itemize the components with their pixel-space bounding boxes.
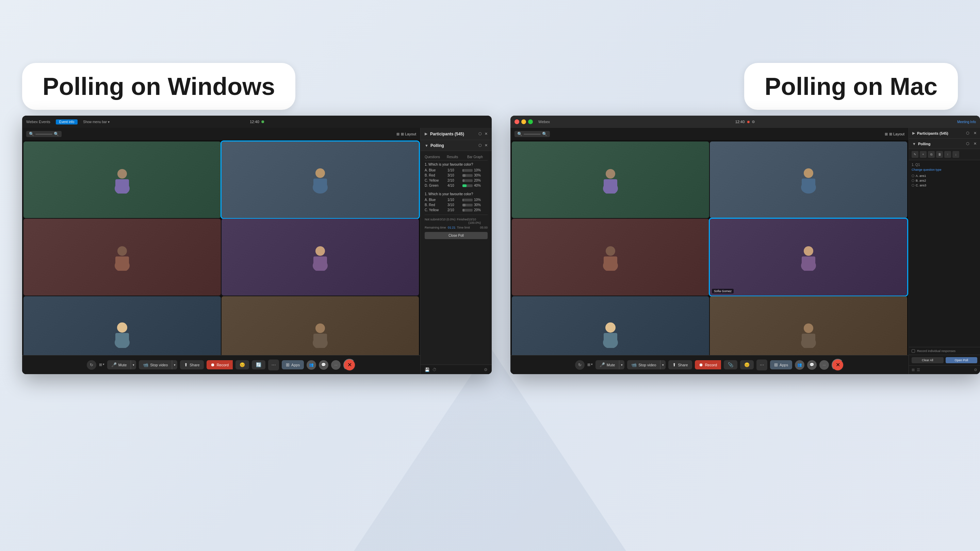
close-window-btn[interactable] [514,119,519,124]
mac-polling-close-icon[interactable]: ✕ [974,141,977,146]
windows-window-body: 🔍 🔍 ⊞ ⊞ Layout [22,128,492,374]
mac-video-icon: 📹 [631,362,637,367]
people-icon: 👥 [309,362,314,367]
mac-mute-dropdown[interactable]: ▾ [619,360,624,369]
more-options-btn[interactable]: ··· [331,360,340,370]
mac-layout-button[interactable]: ⊞ ⊞ Layout [885,132,904,137]
mic-icon: 🎤 [111,362,117,367]
mac-polling-panel-header: ▼ Polling ⬡ ✕ [909,139,980,149]
mac-participants-icon-btn[interactable]: 👥 [795,360,804,370]
mac-popout-icon[interactable]: ⬡ [966,131,969,135]
mute-dropdown[interactable]: ▾ [130,360,136,369]
meeting-info-link[interactable]: Meeting Info [957,120,976,124]
mute-button[interactable]: 🎤 Mute [107,360,130,369]
finished-stat: Finished 10/10 (100.0%) [457,218,488,224]
windows-video-grid [22,140,420,374]
mac-stop-video-dropdown[interactable]: ▾ [660,360,666,369]
minimize-window-btn[interactable] [521,119,526,124]
participants-icon-btn[interactable]: 👥 [307,360,316,370]
event-info-tab[interactable]: Event info [56,119,78,124]
show-menu-bar[interactable]: Show menu bar ▾ [83,120,110,124]
mac-window: Webex 12:40 ⏺ ⚙ Meeting Info 🔍 🔍 [511,116,980,374]
refresh-icon[interactable]: ↻ [87,360,96,370]
chevron-down-icon: ▾ [103,362,105,367]
svg-rect-17 [313,333,327,344]
mac-video-cell-3 [512,219,709,295]
mac-more-button[interactable]: ··· [756,359,767,370]
mac-record-checkbox[interactable] [912,349,915,353]
mac-clip-button[interactable]: 📎 [724,360,737,369]
mac-radio-a[interactable] [912,175,914,177]
mac-emoji-icon: 😊 [744,362,749,367]
mac-end-call-button[interactable]: ✕ [832,359,844,371]
mac-poll-edit-icon[interactable]: ✎ [912,151,918,158]
record-button[interactable]: ⏺ Record [207,360,233,369]
mac-list-view-icon[interactable]: ☰ [917,368,920,372]
windows-titlebar: Webex Events Event info Show menu bar ▾ … [22,116,492,128]
zoom-control[interactable]: 🔍 🔍 [26,131,62,137]
poll-answer-2-b: B. Red 3/10 30% [425,203,488,207]
mac-poll-delete-icon[interactable]: 🗑 [936,151,943,158]
svg-rect-14 [115,333,129,343]
mac-change-question-type[interactable]: Change question type [912,168,977,171]
layout-button[interactable]: ⊞ ⊞ Layout [396,132,416,137]
participants-panel-header: ▶ Participants (545) ⬡ ✕ [421,128,492,140]
apps-button[interactable]: ⊞ Apps [282,360,304,369]
save-icon[interactable]: 💾 [425,367,430,372]
clock-icon[interactable]: ⏱ [433,367,437,372]
mac-close-panel-icon[interactable]: ✕ [974,131,977,135]
windows-video-area: 🔍 🔍 ⊞ ⊞ Layout [22,128,420,374]
mac-grid-icon[interactable]: ⊞ [587,362,590,367]
close-panel-icon[interactable]: ✕ [485,132,488,136]
mac-share-button[interactable]: ⬆ Share [668,360,692,369]
polling-title: Polling [430,143,476,148]
mac-refresh-icon[interactable]: ↻ [575,360,585,370]
popout-icon[interactable]: ⬡ [479,132,482,136]
emoji-button[interactable]: 😊 [235,360,249,369]
mac-radio-c[interactable] [912,184,914,187]
collapse-icon: ▼ [425,143,428,148]
end-call-button[interactable]: ✕ [343,359,356,371]
sync-button[interactable]: 🔄 [252,360,266,369]
mac-people-icon: 👥 [797,362,802,367]
svg-point-0 [118,169,127,179]
mac-polling-popout-icon[interactable]: ⬡ [966,141,969,146]
close-poll-button[interactable]: Close Poll [425,232,488,239]
mac-record-button[interactable]: ⏺ Record [695,360,721,369]
stop-video-dropdown[interactable]: ▾ [172,360,177,369]
mac-poll-down-icon[interactable]: ↓ [953,151,959,158]
mac-grid-view-icon[interactable]: ⊞ [912,368,915,372]
mac-zoom-slider[interactable] [524,134,541,135]
mac-panel-settings-icon[interactable]: ⚙ [974,368,977,372]
share-button[interactable]: ⬆ Share [180,360,204,369]
mac-chevron-down-icon: ▾ [591,362,593,367]
mac-chat-icon-btn[interactable]: 💬 [807,360,817,370]
maximize-window-btn[interactable] [528,119,533,124]
mac-record-individual-label: Record individual responses [917,349,956,353]
mac-clear-all-button[interactable]: Clear All [912,357,943,363]
polling-close-icon[interactable]: ✕ [485,143,488,148]
mac-radio-b[interactable] [912,179,914,182]
more-button[interactable]: ··· [268,359,279,370]
mac-stop-video-button[interactable]: 📹 Stop video [627,360,660,369]
mac-mute-button[interactable]: 🎤 Mute [595,360,619,369]
mac-more-options-btn[interactable]: ··· [819,360,829,370]
mac-open-poll-button[interactable]: Open Poll [946,357,978,363]
zoom-slider[interactable] [35,134,52,135]
mac-chat-icon: 💬 [810,362,814,367]
stop-video-button[interactable]: 📹 Stop video [139,360,172,369]
mac-zoom-in-icon: 🔍 [542,132,547,137]
chat-icon-btn[interactable]: 💬 [319,360,328,370]
mac-apps-button[interactable]: ⊞ Apps [770,360,792,369]
grid-icon[interactable]: ⊞ [99,362,102,367]
mac-emoji-button[interactable]: 😊 [740,360,754,369]
mac-zoom-control[interactable]: 🔍 🔍 [514,131,550,137]
mac-poll-add-icon[interactable]: + [920,151,927,158]
polling-popout-icon[interactable]: ⬡ [479,143,482,148]
settings-icon[interactable]: ⚙ [484,367,488,372]
poll-answer-1-b: B. Red 3/10 30% [425,173,488,177]
mac-poll-copy-icon[interactable]: ⧉ [928,151,935,158]
svg-point-6 [118,246,127,256]
mac-record-btn-group: ⏺ Record [695,360,721,369]
mac-poll-up-icon[interactable]: ↑ [944,151,951,158]
